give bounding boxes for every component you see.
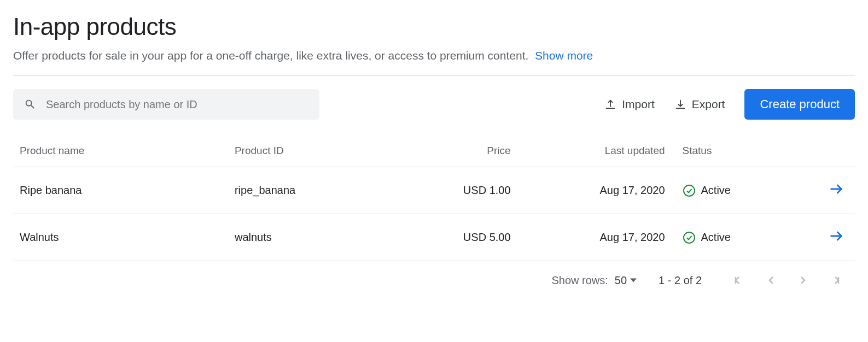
show-more-link[interactable]: Show more (535, 49, 593, 62)
search-icon (24, 98, 36, 110)
import-label: Import (622, 98, 655, 111)
cell-price: USD 1.00 (407, 167, 532, 214)
products-table: Product name Product ID Price Last updat… (13, 135, 855, 261)
check-circle-icon (683, 184, 696, 197)
last-page-button[interactable] (826, 272, 843, 288)
dropdown-icon (630, 277, 637, 284)
cell-name: Walnuts (13, 214, 228, 261)
table-row[interactable]: WalnutswalnutsUSD 5.00Aug 17, 2020Active (13, 214, 855, 261)
arrow-right-icon[interactable] (829, 181, 844, 197)
export-label: Export (692, 98, 725, 111)
table-header-row: Product name Product ID Price Last updat… (13, 135, 855, 167)
page-subtitle: Offer products for sale in your app for … (13, 49, 855, 62)
col-arrow (801, 135, 855, 167)
search-box[interactable] (13, 89, 319, 120)
col-status: Status (676, 135, 801, 167)
svg-point-0 (684, 185, 695, 196)
cell-name: Ripe banana (13, 167, 228, 214)
show-rows-label: Show rows: (551, 274, 608, 287)
cell-id: ripe_banana (228, 167, 407, 214)
subtitle-text: Offer products for sale in your app for … (13, 49, 528, 62)
export-button[interactable]: Export (674, 98, 725, 111)
prev-page-button[interactable] (763, 272, 779, 288)
status-text: Active (701, 231, 731, 244)
cell-price: USD 5.00 (407, 214, 532, 261)
cell-status: Active (676, 167, 801, 214)
rows-per-page-value: 50 (615, 274, 627, 287)
cell-id: walnuts (228, 214, 407, 261)
status-text: Active (701, 184, 731, 197)
cell-updated: Aug 17, 2020 (533, 214, 676, 261)
pagination: Show rows: 50 1 - 2 of 2 (13, 261, 855, 288)
create-product-button[interactable]: Create product (744, 89, 855, 120)
cell-arrow (801, 214, 855, 261)
arrow-right-icon[interactable] (829, 228, 844, 244)
next-page-button[interactable] (795, 272, 811, 288)
cell-arrow (801, 167, 855, 214)
toolbar: Import Export Create product (13, 89, 855, 120)
col-price: Price (407, 135, 532, 167)
page-range: 1 - 2 of 2 (659, 274, 702, 287)
check-circle-icon (683, 231, 696, 244)
rows-per-page-select[interactable]: 50 (615, 274, 637, 287)
import-button[interactable]: Import (604, 98, 655, 111)
upload-icon (604, 98, 616, 110)
download-icon (674, 98, 686, 110)
cell-status: Active (676, 214, 801, 261)
svg-point-2 (684, 232, 695, 243)
first-page-button[interactable] (731, 272, 748, 288)
col-id: Product ID (228, 135, 407, 167)
page-title: In-app products (13, 13, 855, 40)
divider (13, 75, 855, 76)
table-row[interactable]: Ripe bananaripe_bananaUSD 1.00Aug 17, 20… (13, 167, 855, 214)
cell-updated: Aug 17, 2020 (533, 167, 676, 214)
col-updated: Last updated (533, 135, 676, 167)
search-input[interactable] (45, 98, 308, 111)
col-name: Product name (13, 135, 228, 167)
